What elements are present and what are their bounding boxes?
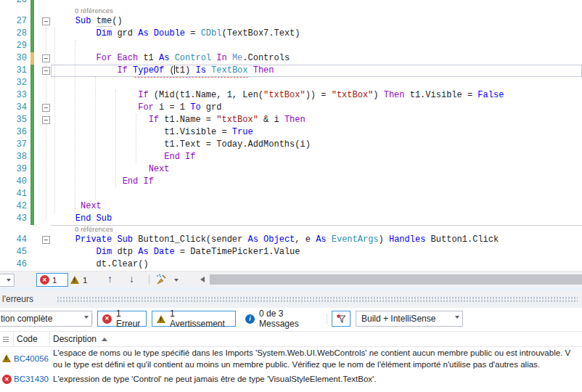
chevron-down-icon [455,316,459,319]
warning-icon [70,276,79,284]
line-number[interactable]: 45 [0,246,27,258]
filter-button[interactable] [332,311,351,327]
zoom-dropdown[interactable] [0,274,15,287]
errors-filter-button[interactable]: ✕ 1 Erreur [97,311,147,327]
line-number[interactable]: 29 [0,40,27,52]
code-line[interactable]: 34 For i = 1 To grd [0,102,582,114]
next-issue-button[interactable]: ↓ [129,273,134,285]
broom-icon [155,274,168,285]
code-cleanup-button[interactable] [155,274,168,288]
source-dropdown[interactable]: Build + IntelliSense [356,311,463,327]
code-line[interactable]: 45 Dim dtp As Date = DateTimePicker1.Val… [0,246,582,258]
line-number[interactable]: 36 [0,126,27,139]
line-number[interactable]: 35 [0,114,27,126]
code-line[interactable]: 26 [0,0,582,7]
code-token: () [112,16,122,26]
code-token: If [138,90,148,100]
previous-issue-button[interactable]: ↑ [107,273,112,285]
code-line[interactable]: 46 dt.Clear() [0,258,582,271]
code-line[interactable]: 43 End Sub [0,213,582,225]
line-number[interactable]: 43 [0,213,27,225]
code-token: t1) [175,65,196,75]
code-text: For i = 1 To grd [54,102,221,114]
error-code-link[interactable]: BC40056 [14,354,49,363]
code-line[interactable]: 30 For Each t1 As Control In Me.Controls [0,52,582,65]
code-line[interactable]: 36 t1.Visible = True [0,126,582,139]
code-line[interactable]: 41 [0,188,582,200]
line-number[interactable]: 31 [0,65,27,77]
line-number[interactable]: 40 [0,176,27,188]
code-line[interactable]: 42 Next [0,200,582,213]
fold-collapse-icon[interactable] [42,67,50,75]
code-text: If (Mid(t1.Name, 1, Len("txtBox")) = "tx… [54,89,504,102]
fold-collapse-icon[interactable] [42,116,50,124]
line-number[interactable]: 32 [0,77,27,89]
error-list-row[interactable]: ✕ BC31430 L'expression de type 'Control'… [0,372,582,386]
error-list-title-bar[interactable]: l'erreurs [0,290,582,308]
line-number[interactable]: 38 [0,151,27,163]
document-errors-button[interactable]: ✕ 1 [36,273,68,287]
code-line[interactable]: 44 Private Sub Button1_Click(sender As O… [0,234,582,246]
code-editor[interactable]: 260 références27 Sub tme()28 Dim grd As … [0,0,582,271]
scroll-left-arrow[interactable] [200,277,205,282]
code-token: Then [253,65,274,75]
code-line[interactable]: 35 If t1.Name = "txtBox" & i Then [0,114,582,126]
line-number[interactable]: 33 [0,89,27,102]
line-number[interactable]: 26 [0,0,27,7]
line-number[interactable]: 42 [0,200,27,213]
document-warnings-button[interactable]: 1 [70,273,87,287]
fold-collapse-icon[interactable] [42,104,50,112]
fold-collapse-icon[interactable] [42,54,50,62]
severity-column-icon[interactable] [3,337,9,342]
code-line[interactable]: 39 Next [0,163,582,176]
code-token: t1.Name = [159,115,216,125]
line-number[interactable]: 28 [0,28,27,40]
line-number[interactable]: 30 [0,52,27,65]
line-number[interactable]: 37 [0,139,27,151]
warnings-filter-button[interactable]: 1 Avertissement [152,311,236,327]
code-token: For Each [97,53,139,63]
code-line[interactable]: 37 t1.Text = Today.AddMonths(i) [0,139,582,151]
chevron-down-icon[interactable] [174,279,179,282]
code-line[interactable]: 40 End If [0,176,582,188]
error-list-row[interactable]: BC40056 L'espace de noms ou le type spéc… [0,347,582,372]
warning-icon [2,354,11,362]
line-number[interactable]: 44 [0,234,27,246]
code-line[interactable]: 28 Dim grd As Double = CDbl(TextBox7.Tex… [0,28,582,40]
code-line[interactable]: 33 If (Mid(t1.Name, 1, Len("txtBox")) = … [0,89,582,102]
codelens-references[interactable]: 0 références [0,225,582,234]
code-token: t1.Text = Today.AddMonths(i) [54,139,311,150]
code-token [54,234,75,245]
line-number[interactable]: 39 [0,163,27,176]
code-token: End If [123,176,154,187]
editor-bottom-toolbar: ✕ 1 1 ↑ ↓ [0,271,582,287]
code-line[interactable]: 32 [0,77,582,89]
code-line[interactable]: 31 If TypeOf (t1) Is TextBox Then [0,65,582,77]
source-dropdown-value: Build + IntelliSense [356,314,435,324]
code-text: If t1.Name = "txtBox" & i Then [54,114,306,126]
line-number[interactable]: 41 [0,188,27,200]
code-column-header[interactable]: Code [17,332,38,346]
code-line[interactable]: 29 [0,40,582,52]
line-number[interactable]: 46 [0,258,27,271]
line-number[interactable]: 27 [0,15,27,28]
horizontal-scrollbar-thumb[interactable] [210,274,582,285]
code-text: Dim grd As Double = CDbl(TextBox7.Text) [54,28,300,40]
messages-filter-button[interactable]: i 0 de 3 Messages [240,311,324,327]
codelens-references[interactable]: 0 références [0,7,582,15]
line-number[interactable]: 34 [0,102,27,114]
code-token: Then [384,90,405,100]
chevron-down-icon [84,316,89,319]
description-column-header[interactable]: Description [53,332,97,346]
scope-dropdown[interactable]: tion complète [0,311,92,327]
chevron-down-icon [7,279,11,282]
fold-collapse-icon[interactable] [42,17,50,25]
toolbar-separator [327,314,327,324]
code-token: t1.Visible = [405,90,478,100]
code-line[interactable]: 27 Sub tme() [0,15,582,28]
code-token: True [232,127,253,137]
error-code-link[interactable]: BC31430 [14,375,49,383]
code-line[interactable]: 38 End If [0,151,582,163]
code-text: Next [54,163,169,176]
fold-collapse-icon[interactable] [42,236,50,244]
